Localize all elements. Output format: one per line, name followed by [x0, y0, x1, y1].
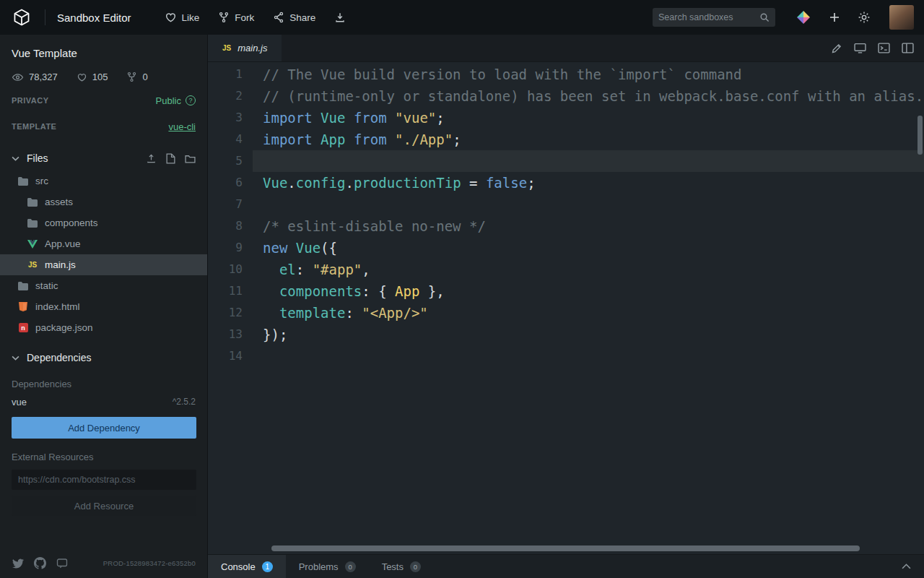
- eye-icon: [12, 72, 24, 82]
- code-line[interactable]: 10 el: "#app",: [208, 259, 924, 280]
- code-token: App: [395, 283, 419, 299]
- line-number: 10: [208, 259, 253, 280]
- file-item-index-html[interactable]: index.html: [0, 296, 207, 317]
- tab-tests[interactable]: Tests 0: [369, 555, 434, 578]
- problems-badge: 0: [345, 561, 356, 572]
- vertical-scrollbar[interactable]: [918, 116, 923, 155]
- code-text[interactable]: import App from "./App";: [253, 129, 924, 150]
- chevron-up-icon[interactable]: [902, 555, 924, 578]
- dependencies-section-header[interactable]: Dependencies: [0, 345, 207, 370]
- file-item-src[interactable]: src: [0, 171, 207, 191]
- heart-icon: [165, 12, 177, 23]
- share-icon: [273, 12, 284, 23]
- code-token: config: [296, 175, 346, 191]
- search-input[interactable]: [658, 12, 759, 22]
- code-token: false: [486, 175, 527, 191]
- tab-console[interactable]: Console 1: [208, 555, 286, 578]
- file-item-assets[interactable]: assets: [0, 191, 207, 212]
- files-section-header[interactable]: Files: [0, 146, 207, 171]
- code-text[interactable]: [253, 150, 924, 172]
- chat-icon[interactable]: [56, 558, 69, 569]
- tests-badge: 0: [410, 561, 421, 572]
- download-icon: [334, 12, 346, 23]
- help-icon[interactable]: ?: [186, 95, 196, 105]
- code-token: [263, 262, 279, 277]
- fork-button[interactable]: Fork: [218, 12, 254, 23]
- share-button[interactable]: Share: [273, 12, 315, 23]
- code-line[interactable]: 4import App from "./App";: [208, 129, 924, 150]
- code-text[interactable]: new Vue({: [253, 237, 924, 259]
- file-item-package-json[interactable]: npackage.json: [0, 317, 207, 338]
- code-text[interactable]: // (runtime-only or standalone) has been…: [253, 85, 924, 107]
- code-line[interactable]: 8/* eslint-disable no-new */: [208, 215, 924, 237]
- code-text[interactable]: });: [253, 324, 924, 345]
- console-icon[interactable]: [878, 43, 890, 53]
- code-text[interactable]: el: "#app",: [253, 259, 924, 280]
- add-resource-button[interactable]: Add Resource: [12, 496, 196, 516]
- upload-icon[interactable]: [146, 153, 157, 164]
- code-token: "<App/>": [362, 305, 428, 321]
- code-text[interactable]: template: "<App/>": [253, 302, 924, 324]
- dependency-row[interactable]: vue ^2.5.2: [0, 391, 207, 413]
- file-label: package.json: [35, 322, 93, 333]
- edit-icon[interactable]: [831, 43, 842, 54]
- code-line[interactable]: 2// (runtime-only or standalone) has bee…: [208, 85, 924, 107]
- template-link[interactable]: vue-cli: [168, 121, 196, 132]
- settings-button[interactable]: [858, 11, 871, 24]
- file-item-static[interactable]: static: [0, 275, 207, 296]
- download-button[interactable]: [334, 12, 346, 23]
- code-token: ;: [436, 110, 444, 126]
- line-number: 5: [208, 150, 253, 172]
- twitter-icon[interactable]: [12, 558, 25, 569]
- layout-icon[interactable]: [902, 43, 914, 53]
- file-item-components[interactable]: components: [0, 212, 207, 233]
- code-line[interactable]: 6Vue.config.productionTip = false;: [208, 172, 924, 194]
- code-token: ,: [362, 262, 370, 277]
- tab-problems[interactable]: Problems 0: [286, 555, 369, 578]
- code-text[interactable]: Vue.config.productionTip = false;: [253, 172, 924, 194]
- app-logo-icon[interactable]: [10, 6, 33, 29]
- like-button[interactable]: Like: [165, 12, 200, 23]
- code-lines: 1// The Vue build version to load with t…: [208, 64, 924, 367]
- code-line[interactable]: 9new Vue({: [208, 237, 924, 259]
- code-text[interactable]: [253, 345, 924, 367]
- avatar[interactable]: [889, 5, 914, 30]
- project-title: Vue Template: [0, 35, 207, 59]
- resource-url-input[interactable]: [12, 470, 196, 490]
- code-text[interactable]: /* eslint-disable no-new */: [253, 215, 924, 237]
- github-icon[interactable]: [34, 557, 46, 569]
- line-number: 3: [208, 107, 253, 129]
- code-line[interactable]: 12 template: "<App/>": [208, 302, 924, 324]
- add-dependency-button[interactable]: Add Dependency: [12, 417, 196, 439]
- code-line[interactable]: 13});: [208, 324, 924, 345]
- file-tree: srcassetscomponentsApp.vueJSmain.jsstati…: [0, 171, 207, 338]
- new-file-icon[interactable]: [166, 153, 175, 164]
- file-item-main-js[interactable]: JSmain.js: [0, 254, 207, 275]
- line-number: 12: [208, 302, 253, 324]
- code-line[interactable]: 14: [208, 345, 924, 367]
- code-line[interactable]: 1// The Vue build version to load with t…: [208, 64, 924, 85]
- privacy-value-text: Public: [156, 95, 181, 106]
- code-text[interactable]: [253, 194, 924, 215]
- code-line[interactable]: 11 components: { App },: [208, 280, 924, 302]
- search-box[interactable]: [653, 8, 775, 27]
- code-line[interactable]: 7: [208, 194, 924, 215]
- code-line[interactable]: 3import Vue from "vue";: [208, 107, 924, 129]
- code-text[interactable]: import Vue from "vue";: [253, 107, 924, 129]
- new-sandbox-button[interactable]: [829, 12, 840, 23]
- code-text[interactable]: // The Vue build version to load with th…: [253, 64, 924, 85]
- sidebar: Vue Template 78,327 105 0 PRIVACY: [0, 35, 208, 578]
- code-line[interactable]: 5: [208, 150, 924, 172]
- file-item-App-vue[interactable]: App.vue: [0, 233, 207, 254]
- horizontal-scrollbar[interactable]: [271, 545, 860, 551]
- preview-icon[interactable]: [854, 43, 866, 53]
- pro-gem-icon[interactable]: [796, 9, 811, 25]
- heart-icon: [77, 72, 87, 82]
- code-token: /* eslint-disable no-new */: [263, 218, 486, 234]
- tab-main-js[interactable]: JS main.js: [208, 35, 282, 61]
- code-editor[interactable]: 1// The Vue build version to load with t…: [208, 62, 924, 554]
- code-token: Vue: [296, 240, 321, 256]
- code-text[interactable]: components: { App },: [253, 280, 924, 302]
- code-token: [287, 240, 295, 256]
- new-folder-icon[interactable]: [185, 154, 196, 163]
